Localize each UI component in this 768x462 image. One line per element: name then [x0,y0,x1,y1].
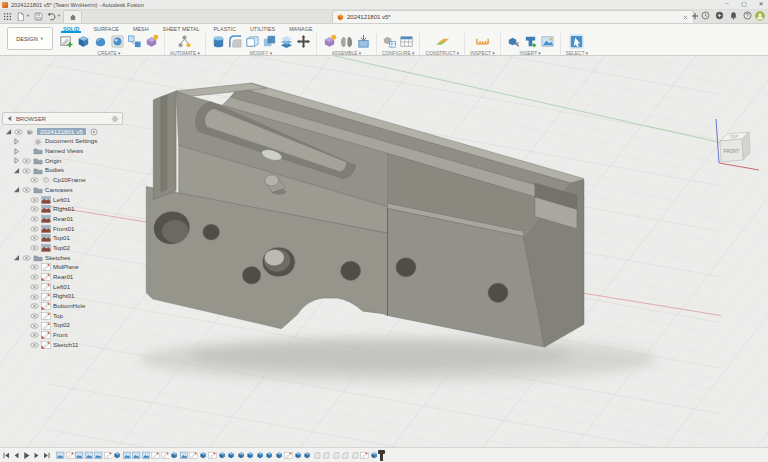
view-cube[interactable]: FRONT TOP [707,113,763,171]
tree-item-document-settings[interactable]: Document Settings [2,137,123,147]
ribbon-group-label-modify[interactable]: MODIFY ▾ [250,51,272,56]
measure-icon[interactable] [475,34,490,49]
avatar[interactable] [755,11,765,21]
timeline-feature-sketch-17[interactable] [208,451,217,460]
timeline-feature-sketch-25[interactable] [284,451,293,460]
ribbon-group-label-select[interactable]: SELECT ▾ [566,51,588,56]
timeline-feature-sketch-11[interactable] [151,451,160,460]
document-tab-close-icon[interactable] [682,14,689,21]
tree-item-right01[interactable]: Right01 [2,292,123,302]
visibility-eye-icon[interactable] [30,235,39,241]
ribbon-group-label-assemble[interactable]: ASSEMBLE ▾ [332,51,362,56]
timeline-feature-extrude-13[interactable] [170,451,179,460]
timeline-feature-extrude-7[interactable] [113,451,122,460]
tree-expanded-icon[interactable] [13,167,20,174]
tree-item-origin[interactable]: Origin [2,156,123,166]
step-back-button[interactable] [12,451,21,460]
minimize-button[interactable]: – [723,0,731,7]
visibility-eye-icon[interactable] [30,274,39,280]
tree-expanded-icon[interactable] [13,186,20,193]
browser-gear-icon[interactable] [111,115,119,123]
visibility-eye-icon[interactable] [30,313,39,319]
tree-item-front[interactable]: Front [2,330,123,340]
tree-item-top01[interactable]: Top01 [2,234,123,244]
ribbon-group-label-create[interactable]: CREATE ▾ [98,51,121,56]
ribbon-group-label-construct[interactable]: CONSTRUCT ▾ [425,51,459,56]
visibility-eye-icon[interactable] [30,226,39,232]
file-menu-button[interactable]: ▼ [16,11,30,21]
ribbon-group-label-inspect[interactable]: INSPECT ▾ [470,51,494,56]
activate-component-icon[interactable] [90,128,98,136]
browser-header[interactable]: BROWSER [2,112,123,125]
visibility-eye-icon[interactable] [22,187,31,193]
timeline-feature-canvas-5[interactable] [94,451,103,460]
rigid-group-icon[interactable] [356,34,371,49]
play-button[interactable] [22,451,31,460]
timeline-feature-extrude-18[interactable] [218,451,227,460]
tree-item-rear01[interactable]: Rear01 [2,214,123,224]
tree-item-bottomhole[interactable]: BottomHole [2,301,123,311]
timeline-feature-canvas-9[interactable] [132,451,141,460]
tree-expanded-icon[interactable] [13,254,20,261]
tree-collapsed-icon[interactable] [13,138,20,145]
timeline-feature-canvas-4[interactable] [85,451,94,460]
visibility-eye-icon[interactable] [30,342,39,348]
timeline-feature-fillet-32[interactable] [351,451,360,460]
tree-item-2024121801-v5[interactable]: 2024121801 v5 [2,127,123,137]
ribbon-group-label-configure[interactable]: CONFIGURE ▾ [382,51,415,56]
tree-item-sketches[interactable]: Sketches [2,253,123,263]
combine-icon[interactable] [262,34,277,49]
job-status-icon[interactable] [701,11,710,20]
tree-item-left01[interactable]: Left01 [2,195,123,205]
tree-item-bodies[interactable]: Bodies [2,166,123,176]
timeline-marker[interactable] [380,450,383,461]
timeline-feature-sketch-33[interactable] [360,451,369,460]
tree-item-canvases[interactable]: Canvases [2,185,123,195]
timeline-feature-fillet-31[interactable] [341,451,350,460]
ribbon-group-label-automate[interactable]: AUTOMATE ▾ [170,51,200,56]
timeline-feature-extrude-19[interactable] [227,451,236,460]
move-icon[interactable] [296,34,311,49]
timeline-feature-extrude-26[interactable] [294,451,303,460]
timeline-feature-extrude-24[interactable] [275,451,284,460]
app-grid-button[interactable] [3,11,12,21]
timeline-feature-sketch-2[interactable] [66,451,75,460]
timeline-feature-extrude-34[interactable] [370,451,379,460]
select-icon[interactable] [569,34,584,49]
automate-icon[interactable] [177,34,192,49]
tree-expanded-icon[interactable] [5,128,12,135]
ribbon-tab-utilities[interactable]: UTILITIES [243,23,282,33]
visibility-eye-icon[interactable] [22,168,31,174]
skip-start-button[interactable] [2,451,11,460]
tree-item-named-views[interactable]: Named Views [2,146,123,156]
timeline-feature-extrude-20[interactable] [237,451,246,460]
tree-item-top02[interactable]: Top02 [2,321,123,331]
tree-item-top02[interactable]: Top02 [2,243,123,253]
help-icon[interactable]: ? [743,11,752,20]
timeline-feature-fillet-29[interactable] [322,451,331,460]
timeline-feature-canvas-3[interactable] [75,451,84,460]
plane-icon[interactable] [435,34,450,49]
save-button[interactable] [34,11,43,21]
timeline-feature-extrude-27[interactable] [303,451,312,460]
timeline-feature-extrude-23[interactable] [265,451,274,460]
workspace-selector[interactable]: DESIGN ▼ [7,27,53,50]
document-tab[interactable]: 2024121801 v5* [332,10,694,23]
maximize-button[interactable]: ▢ [740,0,748,7]
visibility-eye-icon[interactable] [30,177,39,183]
viewport-3d-canvas[interactable]: FRONT TOP BROWSER 2024121801 v5Document … [0,55,768,448]
tree-item-cp10frame[interactable]: Cp10Frame [2,175,123,185]
skip-end-button[interactable] [42,451,51,460]
collapse-panel-icon[interactable] [6,115,13,122]
model-3d-body[interactable] [139,83,657,382]
tree-item-top[interactable]: Top [2,311,123,321]
timeline-feature-sketch-12[interactable] [161,451,170,460]
form-icon[interactable] [93,34,108,49]
visibility-eye-icon[interactable] [30,216,39,222]
new-component-icon[interactable] [144,34,159,49]
config-table-icon[interactable] [399,34,414,49]
visibility-eye-icon[interactable] [30,264,39,270]
visibility-eye-icon[interactable] [30,303,39,309]
tree-item-front01[interactable]: Front01 [2,224,123,234]
tree-item-right01[interactable]: Right01 [2,205,123,215]
